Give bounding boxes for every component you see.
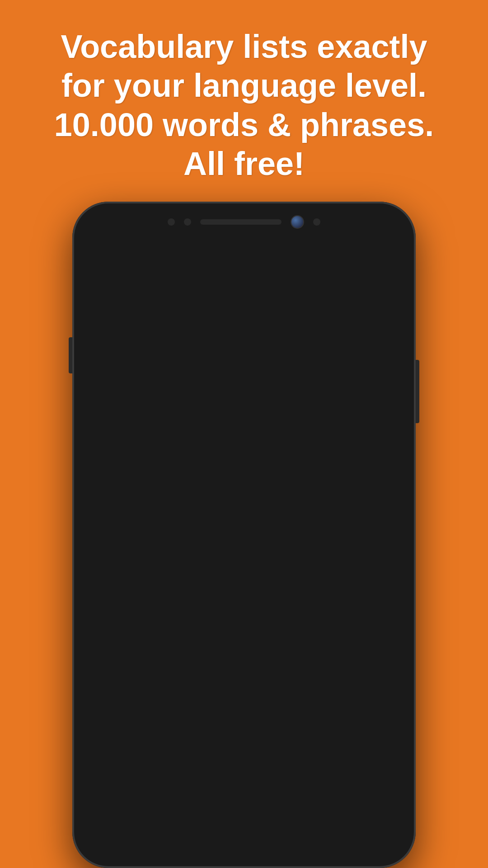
travel-cards: Basics	[93, 789, 395, 829]
section-travel: Travel phrases Basics	[93, 766, 395, 829]
card-b1[interactable]: Lower Intermediate B1 (1251-2250)	[93, 430, 395, 470]
dating-cards: Dating, Romance and Going Out	[93, 642, 395, 682]
notch-speaker	[200, 219, 282, 225]
section-dating: Dating Phrases Dating, Romance and Going…	[93, 619, 395, 682]
notch-sensor	[168, 218, 175, 226]
card-business-vocab-label: Business Vocabulary	[180, 728, 307, 743]
card-a2[interactable]: Elementary A2 (501-1250)	[93, 384, 395, 424]
card-a1[interactable]: Beginner A1 (500 words)	[93, 338, 395, 377]
hero-section: Vocabulary lists exactly for your langua…	[0, 0, 488, 202]
card-dating[interactable]: Dating, Romance and Going Out	[93, 642, 395, 682]
card-basics[interactable]: Basics	[93, 789, 395, 829]
page-title: Course selection	[123, 274, 392, 296]
volume-button	[69, 337, 72, 373]
card-a1-label: Beginner A1 (500 words)	[170, 350, 318, 365]
content-area[interactable]: Most Frequent Words Beginner A1 (500 wor…	[82, 306, 406, 849]
card-business-vocab[interactable]: Business Vocabulary	[93, 716, 395, 755]
phone-notch	[158, 210, 330, 235]
card-b2[interactable]: Upper Intermediate B2 (2251-3500)	[93, 476, 395, 516]
notch-sensor3	[313, 218, 320, 226]
card-c1-label: Advanced C1 (3501-5000)	[168, 535, 320, 549]
card-c2[interactable]: Proficiency C2 (>5000)	[93, 568, 395, 608]
power-button	[416, 360, 419, 423]
business-cards: Business Vocabulary	[93, 716, 395, 755]
app-header: Course selection	[82, 265, 406, 306]
signal-icon: ▲	[312, 245, 322, 257]
phone-screen: ▾ ▲ ⚡ 6:10 PM Course selection Most Freq…	[82, 238, 406, 850]
section-most-frequent: Most Frequent Words Beginner A1 (500 wor…	[93, 315, 395, 608]
notch-sensor2	[184, 218, 191, 226]
section-title-dating: Dating Phrases	[93, 619, 395, 636]
card-basics-label: Basics	[224, 802, 264, 816]
card-a2-label: Elementary A2 (501-1250)	[168, 396, 320, 411]
card-c1[interactable]: Advanced C1 (3501-5000)	[93, 522, 395, 562]
status-icons: ▾ ▲ ⚡ 6:10 PM	[303, 244, 392, 258]
menu-button[interactable]	[96, 278, 114, 292]
card-b2-label: Upper Intermediate B2 (2251-3500)	[140, 489, 347, 503]
card-dating-label: Dating, Romance and Going Out	[147, 655, 342, 669]
card-b1-label: Lower Intermediate B1 (1251-2250)	[140, 443, 348, 457]
phone-mockup: ▾ ▲ ⚡ 6:10 PM Course selection Most Freq…	[72, 202, 416, 868]
section-title-most-frequent: Most Frequent Words	[93, 315, 395, 331]
most-frequent-cards: Beginner A1 (500 words) Elementary A2 (5…	[93, 338, 395, 608]
wifi-icon: ▾	[303, 245, 308, 257]
hamburger-line-1	[96, 278, 114, 281]
status-bar: ▾ ▲ ⚡ 6:10 PM	[82, 238, 406, 265]
notch-camera	[291, 215, 304, 229]
section-title-travel: Travel phrases	[93, 766, 395, 783]
hamburger-line-2	[96, 284, 114, 286]
status-time: 6:10 PM	[348, 244, 392, 258]
battery-icon: ⚡	[327, 245, 343, 258]
hamburger-line-3	[96, 289, 114, 292]
section-business: Business Business Vocabulary	[93, 693, 395, 755]
hero-title: Vocabulary lists exactly for your langua…	[36, 27, 452, 184]
card-c2-label: Proficiency C2 (>5000)	[176, 581, 312, 595]
section-title-business: Business	[93, 693, 395, 709]
